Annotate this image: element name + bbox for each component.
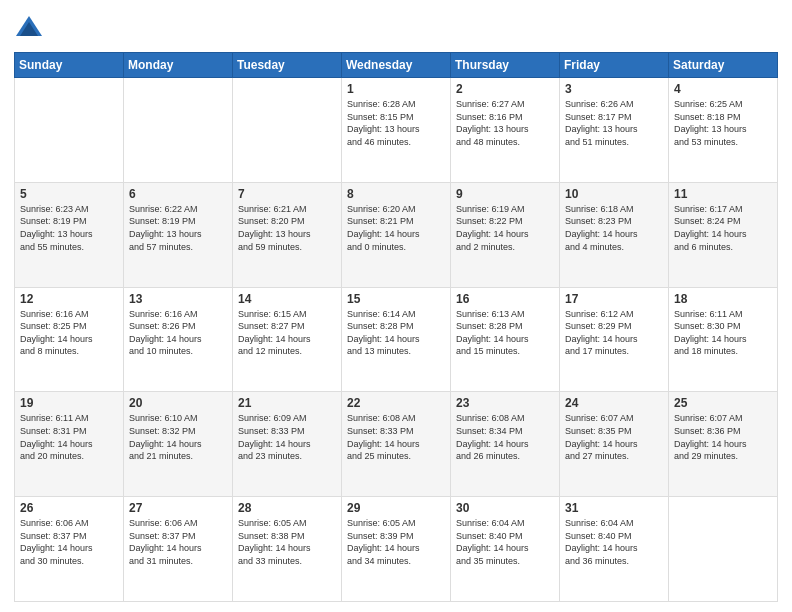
day-info: Sunrise: 6:22 AM Sunset: 8:19 PM Dayligh… — [129, 203, 227, 253]
day-info: Sunrise: 6:18 AM Sunset: 8:23 PM Dayligh… — [565, 203, 663, 253]
day-number: 31 — [565, 501, 663, 515]
calendar-week-row: 1Sunrise: 6:28 AM Sunset: 8:15 PM Daylig… — [15, 78, 778, 183]
calendar-cell: 17Sunrise: 6:12 AM Sunset: 8:29 PM Dayli… — [560, 287, 669, 392]
day-number: 28 — [238, 501, 336, 515]
day-info: Sunrise: 6:08 AM Sunset: 8:34 PM Dayligh… — [456, 412, 554, 462]
calendar-cell — [233, 78, 342, 183]
page: SundayMondayTuesdayWednesdayThursdayFrid… — [0, 0, 792, 612]
day-info: Sunrise: 6:17 AM Sunset: 8:24 PM Dayligh… — [674, 203, 772, 253]
calendar-cell: 4Sunrise: 6:25 AM Sunset: 8:18 PM Daylig… — [669, 78, 778, 183]
day-info: Sunrise: 6:16 AM Sunset: 8:26 PM Dayligh… — [129, 308, 227, 358]
calendar-week-row: 12Sunrise: 6:16 AM Sunset: 8:25 PM Dayli… — [15, 287, 778, 392]
calendar-cell: 13Sunrise: 6:16 AM Sunset: 8:26 PM Dayli… — [124, 287, 233, 392]
calendar-cell: 24Sunrise: 6:07 AM Sunset: 8:35 PM Dayli… — [560, 392, 669, 497]
day-info: Sunrise: 6:08 AM Sunset: 8:33 PM Dayligh… — [347, 412, 445, 462]
calendar-week-row: 5Sunrise: 6:23 AM Sunset: 8:19 PM Daylig… — [15, 182, 778, 287]
day-number: 4 — [674, 82, 772, 96]
calendar-day-header: Thursday — [451, 53, 560, 78]
calendar-cell: 21Sunrise: 6:09 AM Sunset: 8:33 PM Dayli… — [233, 392, 342, 497]
calendar-day-header: Wednesday — [342, 53, 451, 78]
day-number: 5 — [20, 187, 118, 201]
calendar-cell: 27Sunrise: 6:06 AM Sunset: 8:37 PM Dayli… — [124, 497, 233, 602]
calendar-cell: 11Sunrise: 6:17 AM Sunset: 8:24 PM Dayli… — [669, 182, 778, 287]
calendar-cell: 8Sunrise: 6:20 AM Sunset: 8:21 PM Daylig… — [342, 182, 451, 287]
day-info: Sunrise: 6:21 AM Sunset: 8:20 PM Dayligh… — [238, 203, 336, 253]
calendar-cell — [15, 78, 124, 183]
day-info: Sunrise: 6:16 AM Sunset: 8:25 PM Dayligh… — [20, 308, 118, 358]
day-number: 30 — [456, 501, 554, 515]
day-number: 10 — [565, 187, 663, 201]
calendar-cell: 16Sunrise: 6:13 AM Sunset: 8:28 PM Dayli… — [451, 287, 560, 392]
calendar-cell: 23Sunrise: 6:08 AM Sunset: 8:34 PM Dayli… — [451, 392, 560, 497]
day-info: Sunrise: 6:07 AM Sunset: 8:36 PM Dayligh… — [674, 412, 772, 462]
day-number: 27 — [129, 501, 227, 515]
day-number: 15 — [347, 292, 445, 306]
day-number: 29 — [347, 501, 445, 515]
calendar-cell: 26Sunrise: 6:06 AM Sunset: 8:37 PM Dayli… — [15, 497, 124, 602]
day-info: Sunrise: 6:20 AM Sunset: 8:21 PM Dayligh… — [347, 203, 445, 253]
day-number: 18 — [674, 292, 772, 306]
day-number: 12 — [20, 292, 118, 306]
day-info: Sunrise: 6:07 AM Sunset: 8:35 PM Dayligh… — [565, 412, 663, 462]
day-info: Sunrise: 6:19 AM Sunset: 8:22 PM Dayligh… — [456, 203, 554, 253]
day-number: 25 — [674, 396, 772, 410]
day-info: Sunrise: 6:28 AM Sunset: 8:15 PM Dayligh… — [347, 98, 445, 148]
calendar-day-header: Tuesday — [233, 53, 342, 78]
calendar-cell: 15Sunrise: 6:14 AM Sunset: 8:28 PM Dayli… — [342, 287, 451, 392]
calendar-cell — [124, 78, 233, 183]
day-number: 8 — [347, 187, 445, 201]
day-number: 1 — [347, 82, 445, 96]
calendar-cell: 29Sunrise: 6:05 AM Sunset: 8:39 PM Dayli… — [342, 497, 451, 602]
day-number: 19 — [20, 396, 118, 410]
day-info: Sunrise: 6:23 AM Sunset: 8:19 PM Dayligh… — [20, 203, 118, 253]
day-number: 22 — [347, 396, 445, 410]
day-number: 9 — [456, 187, 554, 201]
day-number: 7 — [238, 187, 336, 201]
calendar-cell: 12Sunrise: 6:16 AM Sunset: 8:25 PM Dayli… — [15, 287, 124, 392]
calendar-cell: 18Sunrise: 6:11 AM Sunset: 8:30 PM Dayli… — [669, 287, 778, 392]
day-info: Sunrise: 6:10 AM Sunset: 8:32 PM Dayligh… — [129, 412, 227, 462]
calendar: SundayMondayTuesdayWednesdayThursdayFrid… — [14, 52, 778, 602]
calendar-day-header: Saturday — [669, 53, 778, 78]
day-number: 16 — [456, 292, 554, 306]
day-number: 21 — [238, 396, 336, 410]
calendar-header-row: SundayMondayTuesdayWednesdayThursdayFrid… — [15, 53, 778, 78]
day-number: 20 — [129, 396, 227, 410]
day-info: Sunrise: 6:05 AM Sunset: 8:39 PM Dayligh… — [347, 517, 445, 567]
day-info: Sunrise: 6:27 AM Sunset: 8:16 PM Dayligh… — [456, 98, 554, 148]
day-info: Sunrise: 6:05 AM Sunset: 8:38 PM Dayligh… — [238, 517, 336, 567]
day-number: 14 — [238, 292, 336, 306]
calendar-day-header: Friday — [560, 53, 669, 78]
calendar-cell: 30Sunrise: 6:04 AM Sunset: 8:40 PM Dayli… — [451, 497, 560, 602]
calendar-cell — [669, 497, 778, 602]
day-number: 11 — [674, 187, 772, 201]
calendar-cell: 28Sunrise: 6:05 AM Sunset: 8:38 PM Dayli… — [233, 497, 342, 602]
day-info: Sunrise: 6:14 AM Sunset: 8:28 PM Dayligh… — [347, 308, 445, 358]
header — [14, 10, 778, 44]
day-info: Sunrise: 6:11 AM Sunset: 8:31 PM Dayligh… — [20, 412, 118, 462]
calendar-cell: 10Sunrise: 6:18 AM Sunset: 8:23 PM Dayli… — [560, 182, 669, 287]
calendar-day-header: Monday — [124, 53, 233, 78]
calendar-cell: 5Sunrise: 6:23 AM Sunset: 8:19 PM Daylig… — [15, 182, 124, 287]
calendar-cell: 9Sunrise: 6:19 AM Sunset: 8:22 PM Daylig… — [451, 182, 560, 287]
day-info: Sunrise: 6:26 AM Sunset: 8:17 PM Dayligh… — [565, 98, 663, 148]
calendar-week-row: 26Sunrise: 6:06 AM Sunset: 8:37 PM Dayli… — [15, 497, 778, 602]
calendar-cell: 22Sunrise: 6:08 AM Sunset: 8:33 PM Dayli… — [342, 392, 451, 497]
day-info: Sunrise: 6:09 AM Sunset: 8:33 PM Dayligh… — [238, 412, 336, 462]
calendar-cell: 6Sunrise: 6:22 AM Sunset: 8:19 PM Daylig… — [124, 182, 233, 287]
calendar-cell: 20Sunrise: 6:10 AM Sunset: 8:32 PM Dayli… — [124, 392, 233, 497]
day-info: Sunrise: 6:25 AM Sunset: 8:18 PM Dayligh… — [674, 98, 772, 148]
day-number: 6 — [129, 187, 227, 201]
day-number: 24 — [565, 396, 663, 410]
logo-icon — [14, 14, 44, 44]
calendar-cell: 2Sunrise: 6:27 AM Sunset: 8:16 PM Daylig… — [451, 78, 560, 183]
day-info: Sunrise: 6:13 AM Sunset: 8:28 PM Dayligh… — [456, 308, 554, 358]
calendar-cell: 31Sunrise: 6:04 AM Sunset: 8:40 PM Dayli… — [560, 497, 669, 602]
day-number: 26 — [20, 501, 118, 515]
day-number: 17 — [565, 292, 663, 306]
day-info: Sunrise: 6:12 AM Sunset: 8:29 PM Dayligh… — [565, 308, 663, 358]
day-info: Sunrise: 6:11 AM Sunset: 8:30 PM Dayligh… — [674, 308, 772, 358]
day-number: 2 — [456, 82, 554, 96]
calendar-cell: 1Sunrise: 6:28 AM Sunset: 8:15 PM Daylig… — [342, 78, 451, 183]
calendar-day-header: Sunday — [15, 53, 124, 78]
